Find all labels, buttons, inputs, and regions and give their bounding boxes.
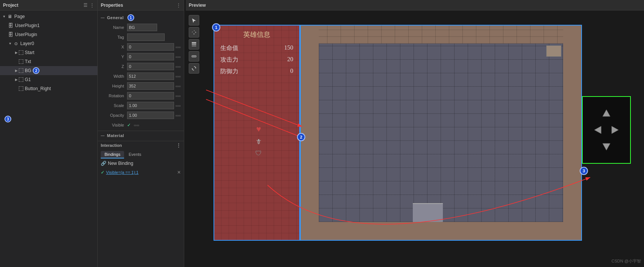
prop-name-input[interactable] xyxy=(127,24,157,31)
stairs xyxy=(413,203,443,222)
prop-height-row: Height ∞∞ xyxy=(98,81,184,91)
preview-panel: Preview xyxy=(186,0,644,267)
interaction-more-icon[interactable]: ⋮ xyxy=(176,143,181,148)
binding-delete-icon[interactable]: ✕ xyxy=(177,170,181,175)
tree-item-layer0[interactable]: ▼ ⊙ Layer0 xyxy=(0,39,97,48)
prop-height-suffix: ∞∞ xyxy=(176,84,181,88)
prop-scale-label: Scale xyxy=(101,103,127,108)
project-panel: Project ☰ ⋮ ▼ 🖥 Page 🗄 UserPlugin1 🗄 Use… xyxy=(0,0,98,267)
prop-tag-label: Tag xyxy=(101,35,127,39)
tab-bindings[interactable]: Bindings xyxy=(101,151,124,158)
svg-marker-10 xyxy=(603,143,610,150)
prop-visible-check: ✓ xyxy=(127,122,131,128)
node-icon-g1 xyxy=(19,77,23,82)
prop-x-suffix: ∞∞ xyxy=(176,45,181,49)
tab-events[interactable]: Events xyxy=(125,151,145,158)
arrow-bg: ▶ xyxy=(14,68,19,73)
cursor-tool[interactable] xyxy=(189,15,199,26)
prop-x-input[interactable] xyxy=(127,43,174,51)
ruler-tool[interactable] xyxy=(189,51,199,62)
prop-name-row: Name xyxy=(98,23,184,32)
hero-atk-label: 攻击力 xyxy=(220,56,238,64)
prop-rotation-input[interactable] xyxy=(127,92,174,100)
more-icon[interactable]: ⋮ xyxy=(90,3,94,8)
tree-label-txt: Txt xyxy=(25,59,31,64)
wall-bottom xyxy=(300,222,582,241)
prop-y-input[interactable] xyxy=(127,53,174,60)
refresh-tool[interactable] xyxy=(189,63,199,74)
tree-item-bg[interactable]: ▶ BG 2 xyxy=(0,66,97,75)
hero-def-label: 防御力 xyxy=(220,68,238,75)
heart-icon: ♥ xyxy=(217,124,296,134)
list-icon[interactable]: ☰ xyxy=(83,3,88,8)
arrow-right-btn[interactable] xyxy=(608,123,621,137)
svg-marker-9 xyxy=(612,126,618,134)
general-collapse-icon: — xyxy=(101,16,105,20)
arrow-g1: ▶ xyxy=(14,77,19,82)
arrow-page: ▼ xyxy=(2,14,7,19)
prop-visible-row: Visible ✓ ∞∞ xyxy=(98,120,184,130)
arrow-up-btn[interactable] xyxy=(600,107,613,120)
prop-tag-row: Tag xyxy=(98,32,184,42)
prop-opacity-input[interactable] xyxy=(127,112,174,119)
prop-opacity-row: Opacity ∞∞ xyxy=(98,110,184,120)
prop-z-input[interactable] xyxy=(127,63,174,70)
project-title: Project xyxy=(3,3,18,8)
new-binding-row[interactable]: 🔗 New Binding xyxy=(98,158,184,168)
tree-item-button-right[interactable]: Button_Right xyxy=(0,84,97,93)
hero-stat-2: 攻击力 20 xyxy=(217,56,296,64)
project-panel-header: Project ☰ ⋮ xyxy=(0,0,97,11)
project-tree: ▼ 🖥 Page 🗄 UserPlugin1 🗄 UserPlugin ▼ ⊙ … xyxy=(0,11,97,267)
prop-scale-suffix: ∞∞ xyxy=(176,104,181,108)
prop-height-input[interactable] xyxy=(127,82,174,90)
move-tool[interactable] xyxy=(189,27,199,38)
tree-item-g1[interactable]: ▶ G1 xyxy=(0,75,97,84)
tree-item-page[interactable]: ▼ 🖥 Page xyxy=(0,12,97,21)
tree-item-txt[interactable]: Txt xyxy=(0,57,97,66)
tree-label-g1: G1 xyxy=(25,77,31,82)
props-more-icon[interactable]: ⋮ xyxy=(176,3,181,8)
hero-stat-3: 防御力 0 xyxy=(217,68,296,75)
arrow-down-btn[interactable] xyxy=(600,140,613,153)
tree-item-userplugin1[interactable]: 🗄 UserPlugin1 xyxy=(0,21,97,30)
svg-marker-8 xyxy=(594,126,601,134)
badge-1-preview: 1 xyxy=(212,23,220,32)
prop-y-row: Y ∞∞ xyxy=(98,52,184,62)
material-collapse-icon: — xyxy=(101,134,105,138)
hero-hp-label: 生命值 xyxy=(220,44,238,52)
prop-opacity-label: Opacity xyxy=(101,113,127,118)
top-right-deco xyxy=(546,45,561,57)
prop-width-input[interactable] xyxy=(127,72,174,80)
layers-tool[interactable] xyxy=(189,39,199,50)
tree-item-userplugin[interactable]: 🗄 UserPlugin xyxy=(0,30,97,39)
properties-panel: Properties ⋮ — General 1 Name Tag X ∞∞ Y… xyxy=(98,0,184,267)
prop-scale-row: Scale ∞∞ xyxy=(98,101,184,110)
prop-y-label: Y xyxy=(101,54,127,59)
arrow-control-pad xyxy=(582,96,631,164)
arrow-left-btn[interactable] xyxy=(591,123,605,137)
badge-2: 2 xyxy=(33,67,39,74)
tree-label-userplugin: UserPlugin xyxy=(15,32,37,37)
tree-label-start: Start xyxy=(25,50,34,55)
prop-rotation-suffix: ∞∞ xyxy=(176,94,181,98)
svg-marker-7 xyxy=(603,110,610,116)
prop-name-label: Name xyxy=(101,25,127,30)
interaction-section: Interaction ⋮ Bindings Events 🔗 New Bind… xyxy=(98,141,184,176)
binding-expr-text[interactable]: Visible=(a == 1):1 xyxy=(106,170,138,175)
badge-3-tree: 3 xyxy=(5,116,11,122)
preview-title: Preview xyxy=(189,3,206,8)
shield-icon: 🛡 xyxy=(217,149,296,157)
prop-scale-input[interactable] xyxy=(127,102,174,109)
hero-stat-1: 生命值 150 xyxy=(217,44,296,52)
page-icon: 🖥 xyxy=(7,14,13,20)
properties-title: Properties xyxy=(101,3,123,8)
tree-item-start[interactable]: ▶ Start xyxy=(0,48,97,57)
new-binding-label: New Binding xyxy=(108,161,133,166)
prop-z-suffix: ∞∞ xyxy=(176,65,181,69)
tree-label-button-right: Button_Right xyxy=(25,86,51,91)
node-icon-bg xyxy=(19,68,23,73)
interaction-label: Interaction xyxy=(101,143,122,148)
preview-header: Preview xyxy=(186,0,644,11)
prop-tag-input[interactable] xyxy=(127,33,165,41)
game-map xyxy=(300,25,582,241)
